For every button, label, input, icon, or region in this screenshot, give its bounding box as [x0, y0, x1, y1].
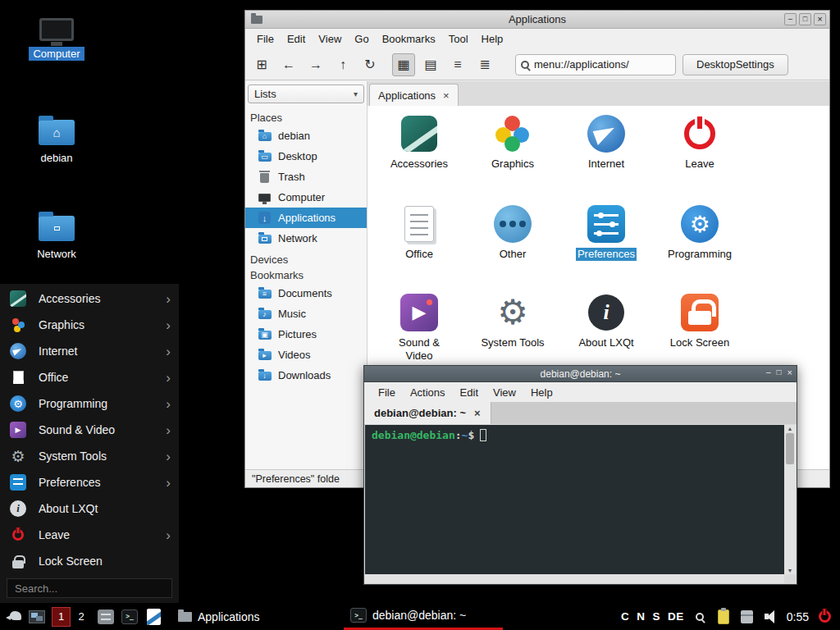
task-button-applications[interactable]: Applications	[171, 604, 293, 630]
menu-go[interactable]: Go	[348, 30, 375, 48]
sidebar-item-applications[interactable]: Applications	[245, 208, 367, 228]
icon-view-button[interactable]	[392, 53, 415, 76]
close-button[interactable]	[788, 368, 792, 377]
clock[interactable]: 0:55	[787, 610, 809, 623]
quicklaunch-editor[interactable]	[143, 606, 164, 628]
menu-item-preferences[interactable]: Preferences	[0, 469, 179, 495]
app-category-sound-video[interactable]: Sound & Video	[372, 293, 466, 363]
back-button[interactable]	[277, 53, 300, 76]
desktop-settings-button[interactable]: DesktopSettings	[682, 54, 788, 75]
app-category-about-lxqt[interactable]: About LXQt	[559, 293, 653, 349]
path-input[interactable]	[534, 58, 657, 71]
app-category-graphics[interactable]: Graphics	[466, 114, 559, 171]
sidebar-item-desktop[interactable]: ▭ Desktop	[245, 146, 367, 167]
sidebar-item-network[interactable]: Network	[245, 228, 367, 249]
up-button[interactable]	[331, 53, 354, 76]
side-pane-mode-select[interactable]: Lists	[248, 84, 364, 103]
sidebar-item-videos[interactable]: ▸ Videos	[245, 345, 367, 365]
menu-file[interactable]: File	[250, 30, 281, 48]
menu-item-lock-screen[interactable]: Lock Screen	[0, 548, 179, 574]
volume-button[interactable]	[763, 608, 779, 626]
tab-applications[interactable]: Applications	[369, 84, 459, 106]
app-category-system-tools[interactable]: System Tools	[466, 293, 559, 349]
menu-item-office[interactable]: Office	[0, 364, 179, 390]
menu-actions[interactable]: Actions	[403, 384, 453, 401]
text-editor-icon	[147, 609, 161, 625]
menu-search-input[interactable]	[7, 578, 172, 598]
quicklaunch-terminal[interactable]	[119, 606, 140, 628]
sidebar-item-music[interactable]: ♪ Music	[245, 304, 367, 324]
maximize-button[interactable]	[799, 13, 811, 25]
detailed-view-button[interactable]	[473, 53, 496, 76]
sidebar-item-pictures[interactable]: ▣ Pictures	[245, 324, 367, 345]
menu-item-sound-video[interactable]: Sound & Video	[0, 417, 179, 443]
terminal-tab[interactable]: debian@debian: ~	[364, 402, 491, 424]
menu-tool[interactable]: Tool	[442, 30, 475, 48]
main-menu-button[interactable]	[4, 605, 29, 628]
menu-file[interactable]: File	[371, 384, 403, 401]
menu-view[interactable]: View	[486, 384, 523, 401]
menu-edit[interactable]: Edit	[281, 30, 312, 48]
app-category-lock-screen[interactable]: Lock Screen	[653, 293, 746, 349]
scroll-down-icon[interactable]: ▼	[788, 568, 793, 573]
sidebar-item-downloads[interactable]: ↓ Downloads	[245, 365, 367, 386]
new-tab-button[interactable]	[250, 53, 273, 76]
app-category-accessories[interactable]: Accessories	[372, 114, 466, 171]
menu-view[interactable]: View	[312, 30, 348, 48]
compact-view-button[interactable]	[446, 53, 469, 76]
minimize-button[interactable]	[784, 13, 797, 25]
vertical-scrollbar[interactable]: ▲ ▼	[784, 425, 796, 574]
desktop-icon-debian[interactable]: ⌂ debian	[24, 115, 89, 165]
terminal-output[interactable]: debian@debian:~$	[365, 425, 784, 574]
app-category-other[interactable]: Other	[466, 204, 559, 261]
app-category-preferences[interactable]: Preferences	[559, 204, 653, 261]
workspace-1-button[interactable]: 1	[52, 607, 71, 627]
path-bar[interactable]	[515, 54, 676, 75]
menu-item-about-lxqt[interactable]: About LXQt	[0, 495, 179, 522]
maximize-button[interactable]	[777, 368, 782, 377]
leave-button[interactable]	[816, 608, 833, 626]
updater-button[interactable]	[739, 608, 756, 626]
task-button-terminal[interactable]: debian@debian: ~	[344, 604, 503, 630]
menu-bookmarks[interactable]: Bookmarks	[376, 30, 442, 48]
titlebar[interactable]: Applications	[245, 11, 829, 29]
clipboard-button[interactable]	[715, 608, 732, 626]
app-category-programming[interactable]: Programming	[653, 204, 746, 261]
keyboard-layout[interactable]: DE	[668, 610, 684, 623]
close-tab-icon[interactable]	[443, 90, 450, 101]
menu-item-leave[interactable]: Leave	[0, 522, 179, 548]
menu-item-graphics[interactable]: Graphics	[0, 312, 179, 338]
menu-edit[interactable]: Edit	[453, 384, 486, 401]
screenshot-tool-button[interactable]	[692, 608, 708, 626]
close-tab-icon[interactable]	[474, 408, 481, 418]
scrollbar-thumb[interactable]	[786, 433, 794, 464]
horizontal-scrollbar[interactable]	[365, 574, 784, 583]
desktop-switcher[interactable]	[29, 605, 52, 628]
titlebar[interactable]: debian@debian: ~	[364, 366, 797, 382]
app-category-internet[interactable]: Internet	[559, 114, 653, 171]
menu-item-internet[interactable]: Internet	[0, 338, 179, 364]
menu-help[interactable]: Help	[475, 30, 510, 48]
desktop-icon-network[interactable]: Network	[24, 211, 89, 261]
thumbnail-view-button[interactable]	[419, 53, 442, 76]
scroll-up-icon[interactable]: ▲	[788, 426, 793, 431]
sidebar-item-computer[interactable]: Computer	[245, 187, 367, 208]
menu-item-accessories[interactable]: Accessories	[0, 285, 179, 312]
network-folder-icon	[258, 235, 272, 244]
graphics-icon	[10, 317, 26, 333]
close-button[interactable]	[814, 13, 826, 25]
sidebar-item-debian[interactable]: ⌂ debian	[245, 126, 367, 146]
desktop-icon-computer[interactable]: Computer	[24, 18, 89, 61]
menu-help[interactable]: Help	[523, 384, 560, 401]
app-category-leave[interactable]: Leave	[653, 114, 746, 171]
quicklaunch-file-manager[interactable]	[95, 606, 116, 628]
app-category-office[interactable]: Office	[372, 204, 466, 261]
menu-item-programming[interactable]: Programming	[0, 390, 179, 417]
reload-button[interactable]	[358, 53, 381, 76]
forward-button[interactable]	[304, 53, 327, 76]
sidebar-item-trash[interactable]: Trash	[245, 167, 367, 187]
workspace-2-button[interactable]: 2	[74, 607, 89, 627]
menu-item-system-tools[interactable]: System Tools	[0, 443, 179, 469]
minimize-button[interactable]	[766, 368, 771, 377]
sidebar-item-documents[interactable]: ≡ Documents	[245, 283, 367, 304]
